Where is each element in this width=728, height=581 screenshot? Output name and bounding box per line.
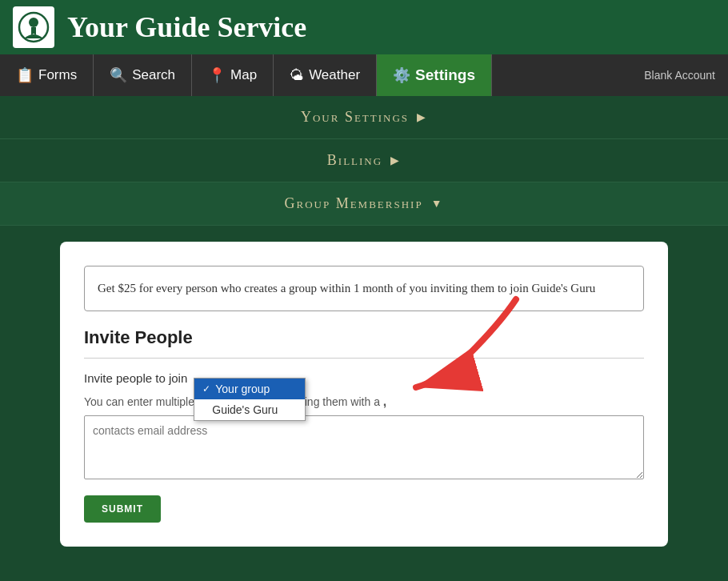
nav-weather[interactable]: 🌤 Weather — [274, 54, 377, 96]
nav-map-label: Map — [230, 67, 257, 83]
nav-map[interactable]: 📍 Map — [192, 54, 274, 96]
settings-icon: ⚙️ — [393, 66, 410, 84]
content-area: Get $25 for every person who creates a g… — [0, 226, 728, 563]
invite-row: Invite people to join Your group Guide's… — [84, 371, 644, 385]
header: Your Guide Service — [0, 0, 728, 54]
invite-prefix: Invite people to join — [84, 371, 187, 385]
your-group-label: Your group — [215, 383, 270, 395]
your-settings-section[interactable]: Your Settings ▶ — [0, 96, 728, 139]
svg-point-1 — [29, 18, 38, 27]
invite-divider — [84, 358, 644, 359]
nav-forms-label: Forms — [38, 67, 77, 83]
nav-forms[interactable]: 📋 Forms — [0, 54, 94, 96]
email-textarea[interactable] — [84, 415, 644, 479]
dropdown-open[interactable]: Your group Guide's Guru — [194, 378, 306, 421]
nav-settings[interactable]: ⚙️ Settings — [377, 54, 492, 96]
promo-text: Get $25 for every person who creates a g… — [98, 282, 595, 295]
content-card: Get $25 for every person who creates a g… — [60, 242, 668, 547]
your-settings-label: Your Settings — [301, 109, 409, 126]
billing-label: Billing — [327, 152, 382, 169]
nav-weather-label: Weather — [309, 67, 360, 83]
nav-search-label: Search — [132, 67, 175, 83]
invite-title: Invite People — [84, 327, 644, 348]
group-membership-arrow: ▼ — [431, 198, 444, 210]
dropdown-option-your-group[interactable]: Your group — [194, 379, 305, 399]
dropdown-option-guides-guru[interactable]: Guide's Guru — [194, 399, 305, 420]
promo-box: Get $25 for every person who creates a g… — [84, 266, 644, 311]
map-icon: 📍 — [208, 66, 226, 84]
navigation: 📋 Forms 🔍 Search 📍 Map 🌤 Weather ⚙️ Sett… — [0, 54, 728, 96]
your-settings-arrow: ▶ — [417, 110, 427, 124]
search-icon: 🔍 — [110, 66, 127, 84]
billing-arrow: ▶ — [390, 154, 401, 167]
group-membership-section[interactable]: Group Membership ▼ — [0, 182, 728, 226]
billing-section[interactable]: Billing ▶ — [0, 139, 728, 182]
group-membership-label: Group Membership — [284, 195, 422, 212]
guides-guru-label: Guide's Guru — [212, 403, 278, 416]
nav-settings-label: Settings — [415, 66, 475, 84]
separator-char: , — [383, 395, 386, 408]
logo — [13, 6, 54, 48]
account-label: Blank Account — [631, 54, 728, 96]
submit-button[interactable]: SUBMIT — [84, 495, 161, 523]
nav-search[interactable]: 🔍 Search — [94, 54, 192, 96]
weather-icon: 🌤 — [290, 67, 304, 84]
forms-icon: 📋 — [16, 66, 34, 84]
separator-text: You can enter multiple addresses by sepe… — [84, 395, 644, 409]
site-title: Your Guide Service — [67, 10, 306, 44]
